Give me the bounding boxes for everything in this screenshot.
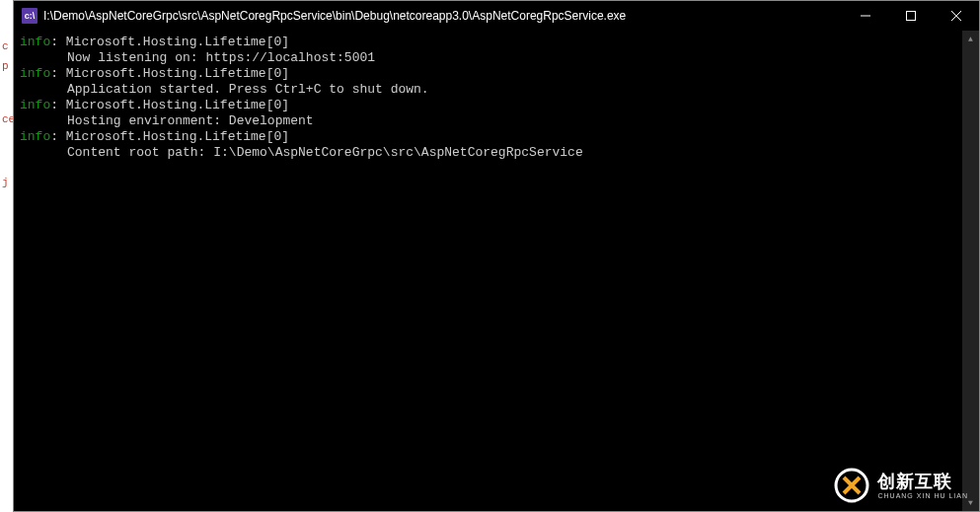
log-entry: info: Microsoft.Hosting.Lifetime[0]Hosti… [20,98,973,129]
log-source: : Microsoft.Hosting.Lifetime[0] [50,98,289,112]
log-level: info [20,98,50,112]
close-icon [951,11,961,21]
app-icon: c:\ [22,8,38,24]
maximize-icon [906,11,916,21]
log-source: : Microsoft.Hosting.Lifetime[0] [50,129,289,144]
maximize-button[interactable] [888,1,934,31]
log-message: Content root path: I:\Demo\AspNetCoreGrp… [20,145,973,161]
console-window: c:\ I:\Demo\AspNetCoreGrpc\src\AspNetCor… [13,0,980,512]
log-message: Hosting environment: Development [20,113,973,129]
log-entry: info: Microsoft.Hosting.Lifetime[0]Conte… [20,129,973,161]
scrollbar-track[interactable] [962,47,979,494]
vertical-scrollbar[interactable]: ▲ ▼ [962,31,979,511]
log-entry: info: Microsoft.Hosting.Lifetime[0]Appli… [20,66,973,98]
minimize-button[interactable] [843,1,888,31]
minimize-icon [861,11,870,21]
log-message: Application started. Press Ctrl+C to shu… [20,82,973,98]
window-controls [843,1,979,31]
background-page-fragment: c p ce j [0,0,13,512]
scroll-up-arrow-icon[interactable]: ▲ [962,31,979,47]
log-level: info [20,129,50,144]
log-entry: info: Microsoft.Hosting.Lifetime[0]Now l… [20,35,973,66]
watermark-text: 创新互联 CHUANG XIN HU LIAN [877,473,968,499]
window-title: I:\Demo\AspNetCoreGrpc\src\AspNetCoregRp… [43,9,843,23]
watermark-en: CHUANG XIN HU LIAN [877,492,968,499]
window-titlebar[interactable]: c:\ I:\Demo\AspNetCoreGrpc\src\AspNetCor… [14,1,979,31]
log-source: : Microsoft.Hosting.Lifetime[0] [50,35,289,49]
log-level: info [20,35,50,49]
watermark: 创新互联 CHUANG XIN HU LIAN [822,463,980,508]
close-button[interactable] [934,1,979,31]
watermark-cn: 创新互联 [877,473,968,490]
log-message: Now listening on: https://localhost:5001 [20,50,973,66]
svg-rect-1 [907,12,916,21]
console-output[interactable]: info: Microsoft.Hosting.Lifetime[0]Now l… [14,31,979,511]
watermark-logo-icon [834,468,869,503]
log-level: info [20,66,50,81]
log-source: : Microsoft.Hosting.Lifetime[0] [50,66,289,81]
